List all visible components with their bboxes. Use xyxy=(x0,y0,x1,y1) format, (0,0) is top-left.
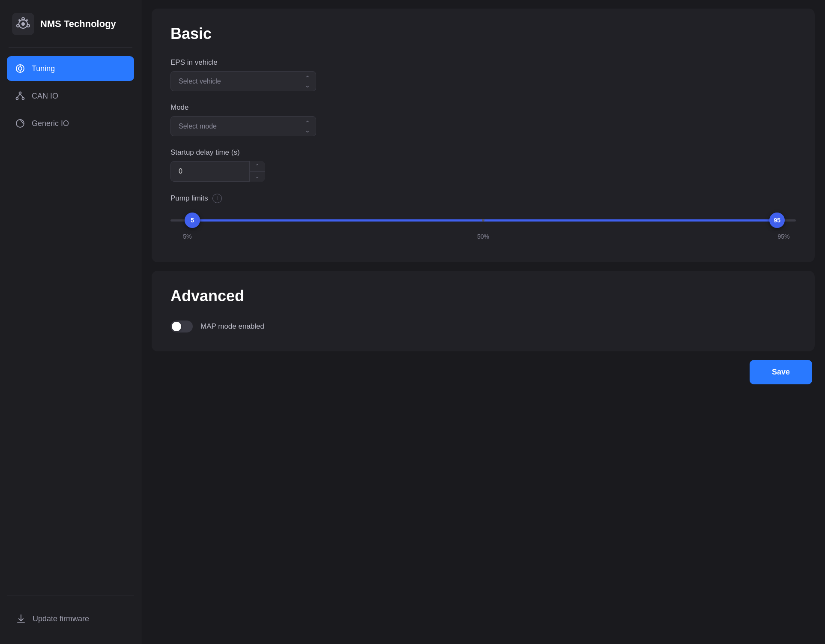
svg-point-18 xyxy=(16,98,18,100)
pump-limits-label-row: Pump limits i xyxy=(170,194,796,203)
generic-io-icon xyxy=(15,118,26,129)
slider-label-min: 5% xyxy=(183,233,191,240)
slider-labels: 5% 50% 95% xyxy=(170,233,796,243)
eps-vehicle-select-wrapper: Select vehicle ⌃ ⌄ xyxy=(170,71,316,91)
sidebar-item-can-io[interactable]: CAN IO xyxy=(7,84,134,108)
sidebar-item-tuning[interactable]: Tuning xyxy=(7,56,134,81)
map-mode-toggle[interactable] xyxy=(170,321,193,332)
pump-limits-info-icon[interactable]: i xyxy=(212,194,222,203)
map-mode-label: MAP mode enabled xyxy=(200,322,264,331)
mode-field-group: Mode Select mode ⌃ ⌄ xyxy=(170,103,796,136)
sidebar: NMS Technology Tuning xyxy=(0,0,141,644)
app-logo-icon xyxy=(12,13,34,35)
mode-select[interactable]: Select mode xyxy=(170,116,316,136)
app-title: NMS Technology xyxy=(40,18,116,30)
basic-section: Basic EPS in vehicle Select vehicle ⌃ ⌄ … xyxy=(152,9,815,262)
update-firmware-icon xyxy=(15,613,27,624)
sidebar-item-generic-io[interactable]: Generic IO xyxy=(7,111,134,136)
slider-midpoint xyxy=(482,219,484,222)
eps-vehicle-label: EPS in vehicle xyxy=(170,58,796,67)
svg-line-21 xyxy=(20,94,23,98)
sidebar-top-divider xyxy=(9,47,132,48)
sidebar-item-generic-io-label: Generic IO xyxy=(32,119,69,128)
sidebar-bottom: Update firmware xyxy=(7,596,134,644)
advanced-section-title: Advanced xyxy=(170,287,796,305)
slider-fill xyxy=(192,219,777,222)
slider-label-mid: 50% xyxy=(477,233,489,240)
startup-delay-field-group: Startup delay time (s) ⌃ ⌄ xyxy=(170,148,796,182)
can-io-icon xyxy=(15,90,26,102)
mode-select-wrapper: Select mode ⌃ ⌄ xyxy=(170,116,316,136)
svg-point-12 xyxy=(26,19,28,21)
map-mode-toggle-row: MAP mode enabled xyxy=(170,321,796,332)
update-firmware-label: Update firmware xyxy=(33,614,89,623)
slider-thumb-max[interactable]: 95 xyxy=(769,213,785,228)
sidebar-header: NMS Technology xyxy=(0,0,141,47)
sidebar-item-can-io-label: CAN IO xyxy=(32,92,58,101)
toggle-knob xyxy=(172,322,181,331)
svg-point-8 xyxy=(21,22,25,26)
basic-section-title: Basic xyxy=(170,25,796,43)
svg-point-14 xyxy=(18,67,22,70)
mode-label: Mode xyxy=(170,103,796,112)
sidebar-nav: Tuning CAN IO G xyxy=(0,56,141,596)
pump-limits-label: Pump limits xyxy=(170,194,208,203)
save-button[interactable]: Save xyxy=(750,360,812,384)
tuning-icon xyxy=(15,63,26,74)
startup-delay-label: Startup delay time (s) xyxy=(170,148,796,157)
startup-delay-input-wrapper: ⌃ ⌄ xyxy=(170,161,265,182)
main-footer: Save xyxy=(141,351,825,393)
startup-delay-decrement[interactable]: ⌄ xyxy=(250,172,265,182)
svg-point-19 xyxy=(22,98,24,100)
pump-limits-slider[interactable]: 5 95 xyxy=(170,212,796,229)
startup-delay-spinners: ⌃ ⌄ xyxy=(249,161,265,182)
startup-delay-increment[interactable]: ⌃ xyxy=(250,161,265,172)
eps-vehicle-select[interactable]: Select vehicle xyxy=(170,71,316,91)
svg-point-11 xyxy=(18,19,20,21)
update-firmware-item[interactable]: Update firmware xyxy=(8,606,133,631)
slider-thumb-min[interactable]: 5 xyxy=(185,213,200,228)
svg-point-17 xyxy=(19,92,21,94)
sidebar-item-tuning-label: Tuning xyxy=(32,64,55,73)
eps-vehicle-field-group: EPS in vehicle Select vehicle ⌃ ⌄ xyxy=(170,58,796,91)
main-content: Basic EPS in vehicle Select vehicle ⌃ ⌄ … xyxy=(141,0,825,644)
slider-label-max: 95% xyxy=(777,233,789,240)
svg-line-20 xyxy=(17,94,20,98)
pump-limits-section: Pump limits i 5 95 5% 50% 95% xyxy=(170,194,796,243)
advanced-section: Advanced MAP mode enabled xyxy=(152,271,815,351)
